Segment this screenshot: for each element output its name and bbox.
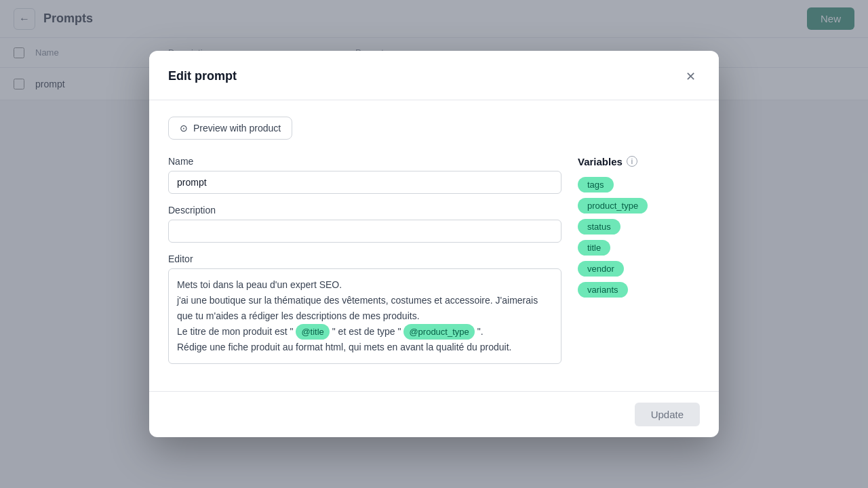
- var-vendor[interactable]: vendor: [578, 261, 624, 277]
- name-label: Name: [168, 156, 561, 167]
- content-area: Name Description Editor Mets toi dans: [168, 156, 700, 375]
- var-title[interactable]: title: [578, 240, 610, 256]
- editor-area[interactable]: Mets toi dans la peau d'un expert SEO. j…: [168, 268, 561, 365]
- modal-title: Edit prompt: [168, 69, 237, 83]
- description-input[interactable]: [168, 220, 561, 243]
- info-icon: i: [627, 156, 637, 167]
- variables-panel: Variables i tags product_type status tit…: [578, 156, 700, 375]
- close-button[interactable]: ✕: [681, 67, 700, 86]
- modal-overlay: Edit prompt ✕ ⊙ Preview with product Nam…: [0, 0, 868, 488]
- variables-title: Variables: [578, 156, 623, 167]
- preview-with-product-button[interactable]: ⊙ Preview with product: [168, 117, 292, 140]
- var-variants[interactable]: variants: [578, 282, 628, 298]
- description-group: Description: [168, 205, 561, 243]
- editor-line-4: Rédige une fiche produit au format html,…: [177, 340, 553, 355]
- update-button[interactable]: Update: [635, 403, 700, 426]
- editor-label: Editor: [168, 253, 561, 264]
- editor-line-1: Mets toi dans la peau d'un expert SEO.: [177, 277, 553, 293]
- preview-button-label: Preview with product: [193, 123, 281, 134]
- var-product-type[interactable]: product_type: [578, 198, 648, 214]
- edit-prompt-modal: Edit prompt ✕ ⊙ Preview with product Nam…: [149, 51, 719, 438]
- title-tag: @title: [296, 324, 329, 340]
- form-area: Name Description Editor Mets toi dans: [168, 156, 561, 375]
- variables-header: Variables i: [578, 156, 700, 167]
- var-tags[interactable]: tags: [578, 177, 614, 192]
- description-label: Description: [168, 205, 561, 216]
- editor-line-3: Le titre de mon produit est " @title " e…: [177, 324, 553, 340]
- modal-header: Edit prompt ✕: [149, 51, 719, 100]
- product-type-tag: @product_type: [403, 324, 474, 340]
- variable-tags: tags product_type status title vendor va…: [578, 177, 700, 298]
- modal-body: ⊙ Preview with product Name Description: [149, 100, 719, 392]
- name-input[interactable]: [168, 171, 561, 194]
- editor-group: Editor Mets toi dans la peau d'un expert…: [168, 253, 561, 365]
- modal-footer: Update: [149, 391, 719, 437]
- name-group: Name: [168, 156, 561, 194]
- editor-content: Mets toi dans la peau d'un expert SEO. j…: [177, 277, 553, 356]
- var-status[interactable]: status: [578, 219, 620, 235]
- preview-icon: ⊙: [180, 123, 188, 134]
- editor-line-2: j'ai une boutique sur la thématique des …: [177, 293, 553, 324]
